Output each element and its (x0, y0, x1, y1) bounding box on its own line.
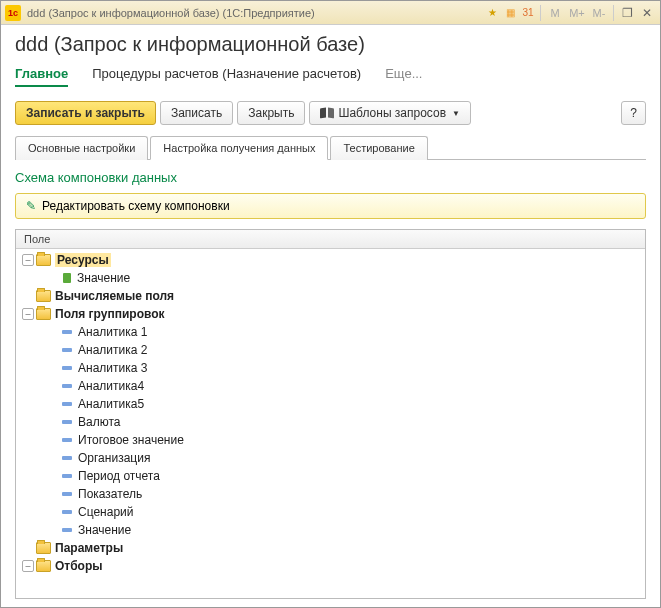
edit-schema-label: Редактировать схему компоновки (42, 199, 230, 213)
tree-leaf[interactable]: Итоговое значение (16, 431, 645, 449)
field-icon (62, 348, 72, 352)
memory-mminus-button[interactable]: M- (589, 5, 609, 21)
window-restore-button[interactable]: ❐ (618, 5, 636, 21)
tree-node-calc-fields[interactable]: Вычисляемые поля (16, 287, 645, 305)
folder-icon (36, 308, 51, 320)
dropdown-arrow-icon: ▼ (452, 109, 460, 118)
app-logo-icon: 1c (5, 5, 21, 21)
fields-grid: Поле – Ресурсы Значение Вычисляемые поля (15, 229, 646, 599)
folder-icon (36, 560, 51, 572)
field-icon (62, 330, 72, 334)
tree-leaf[interactable]: Аналитика4 (16, 377, 645, 395)
tree-node-group-fields[interactable]: – Поля группировок (16, 305, 645, 323)
field-icon (62, 384, 72, 388)
titlebar: 1c ddd (Запрос к информационной базе) (1… (1, 1, 660, 25)
tree-leaf[interactable]: Организация (16, 449, 645, 467)
field-icon (62, 510, 72, 514)
folder-icon (36, 254, 51, 266)
field-icon (62, 420, 72, 424)
tree-leaf[interactable]: Аналитика 2 (16, 341, 645, 359)
tree-leaf[interactable]: Аналитика5 (16, 395, 645, 413)
page-title: ddd (Запрос к информационной базе) (15, 33, 646, 56)
tree-leaf[interactable]: Период отчета (16, 467, 645, 485)
edit-schema-button[interactable]: ✎ Редактировать схему компоновки (15, 193, 646, 219)
close-button[interactable]: Закрыть (237, 101, 305, 125)
nav-procedures[interactable]: Процедуры расчетов (Назначение расчетов) (92, 66, 361, 87)
memory-mplus-button[interactable]: M+ (567, 5, 587, 21)
window-close-button[interactable]: ✕ (638, 5, 656, 21)
save-and-close-button[interactable]: Записать и закрыть (15, 101, 156, 125)
templates-label: Шаблоны запросов (338, 106, 446, 120)
tree-leaf[interactable]: Аналитика 3 (16, 359, 645, 377)
tree-leaf[interactable]: Аналитика 1 (16, 323, 645, 341)
tree-node-resources[interactable]: – Ресурсы (16, 251, 645, 269)
window-title: ddd (Запрос к информационной базе) (1С:П… (27, 7, 484, 19)
folder-icon (36, 290, 51, 302)
dcs-section-title: Схема компоновки данных (15, 170, 646, 185)
field-icon (62, 456, 72, 460)
book-icon (320, 107, 334, 119)
tree-leaf[interactable]: Показатель (16, 485, 645, 503)
tree-node-parameters[interactable]: Параметры (16, 539, 645, 557)
tabs: Основные настройки Настройка получения д… (15, 135, 646, 160)
calendar-icon[interactable]: 31 (520, 5, 536, 21)
field-icon (62, 528, 72, 532)
toolbar: Записать и закрыть Записать Закрыть Шабл… (15, 101, 646, 125)
field-icon (62, 492, 72, 496)
help-button[interactable]: ? (621, 101, 646, 125)
memory-m-button[interactable]: M (545, 5, 565, 21)
nav-more[interactable]: Еще... (385, 66, 422, 87)
tab-main-settings[interactable]: Основные настройки (15, 136, 148, 160)
section-nav: Главное Процедуры расчетов (Назначение р… (15, 66, 646, 87)
field-icon (62, 402, 72, 406)
application-window: 1c ddd (Запрос к информационной базе) (1… (0, 0, 661, 608)
tab-testing[interactable]: Тестирование (330, 136, 427, 160)
calculator-icon[interactable]: ▦ (502, 5, 518, 21)
query-templates-button[interactable]: Шаблоны запросов ▼ (309, 101, 471, 125)
edit-icon: ✎ (26, 199, 36, 213)
nav-main[interactable]: Главное (15, 66, 68, 87)
tree-leaf[interactable]: Значение (16, 521, 645, 539)
collapse-icon[interactable]: – (22, 308, 34, 320)
collapse-icon[interactable]: – (22, 254, 34, 266)
fields-tree[interactable]: – Ресурсы Значение Вычисляемые поля – (16, 249, 645, 577)
tree-node-filters[interactable]: – Отборы (16, 557, 645, 575)
content-area: ddd (Запрос к информационной базе) Главн… (1, 25, 660, 607)
tree-leaf-value[interactable]: Значение (16, 269, 645, 287)
field-icon (62, 474, 72, 478)
tab-data-settings[interactable]: Настройка получения данных (150, 136, 328, 160)
tree-leaf[interactable]: Валюта (16, 413, 645, 431)
field-icon (62, 438, 72, 442)
folder-icon (36, 542, 51, 554)
tree-leaf[interactable]: Сценарий (16, 503, 645, 521)
field-icon (62, 366, 72, 370)
grid-header-field: Поле (16, 230, 645, 249)
favorite-icon[interactable]: ★ (484, 5, 500, 21)
resource-field-icon (63, 273, 71, 283)
save-button[interactable]: Записать (160, 101, 233, 125)
collapse-icon[interactable]: – (22, 560, 34, 572)
